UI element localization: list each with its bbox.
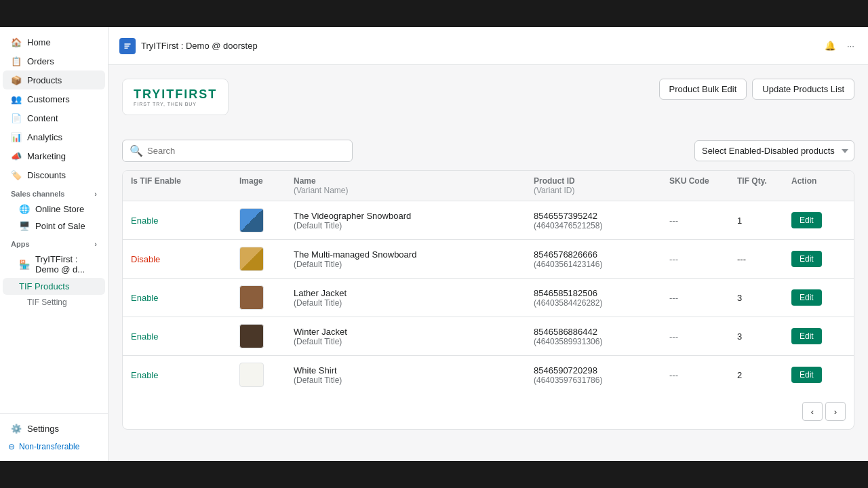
settings-icon: ⚙️	[11, 424, 22, 434]
sidebar-item-marketing[interactable]: 📣 Marketing	[3, 146, 105, 165]
tryitfirst-app-icon: 🏪	[19, 260, 30, 270]
sidebar-item-tryitfirst[interactable]: 🏪 TryITFirst : Demo @ d...	[3, 251, 105, 278]
sales-channels-section: Sales channels ›	[0, 184, 108, 201]
non-transferable-icon: ⊖	[8, 442, 15, 451]
cell-action-3: Edit	[791, 328, 846, 344]
col-header-action: Action	[791, 176, 846, 195]
apps-expand-icon[interactable]: ›	[94, 240, 97, 248]
sidebar-item-products[interactable]: 📦 Products	[3, 70, 105, 89]
cell-action-1: Edit	[791, 251, 846, 267]
sidebar-item-tif-setting[interactable]: TIF Setting	[3, 295, 105, 310]
cell-sku-3: ---	[669, 331, 737, 342]
sidebar-item-online-store[interactable]: 🌐 Online Store	[3, 201, 105, 218]
update-products-list-button[interactable]: Update Products List	[752, 79, 854, 100]
cell-status-1: Disable	[131, 254, 239, 264]
product-image-3	[239, 324, 264, 348]
sidebar-item-home[interactable]: 🏠 Home	[3, 33, 105, 52]
table-row: Enable Winter Jacket (Default Title) 854…	[123, 317, 854, 356]
cell-sku-0: ---	[669, 216, 737, 226]
logo-sub-text: FIRST TRY, THEN BUY	[134, 102, 217, 106]
cell-name-4: White Shirt (Default Title)	[294, 365, 534, 385]
edit-button-4[interactable]: Edit	[791, 367, 822, 383]
content-icon: 📄	[11, 113, 22, 123]
cell-product-id-3: 8546586886442 (46403589931306)	[534, 327, 669, 346]
cell-action-2: Edit	[791, 289, 846, 306]
pagination-prev-button[interactable]: ‹	[802, 402, 823, 421]
pagination: ‹ ›	[123, 394, 854, 429]
cell-name-3: Winter Jacket (Default Title)	[294, 327, 534, 346]
cell-qty-1: ---	[737, 254, 791, 264]
sidebar-item-analytics[interactable]: 📊 Analytics	[3, 127, 105, 146]
header-actions: 🔔 ···	[822, 38, 857, 54]
cell-qty-2: 3	[737, 293, 791, 303]
sidebar: 🏠 Home 📋 Orders 📦 Products 👥 Customers 📄…	[0, 27, 108, 461]
edit-button-1[interactable]: Edit	[791, 251, 822, 267]
sidebar-label-content: Content	[27, 113, 58, 123]
more-options-button[interactable]: ···	[844, 38, 857, 54]
sidebar-item-content[interactable]: 📄 Content	[3, 108, 105, 127]
sidebar-item-point-of-sale[interactable]: 🖥️ Point of Sale	[3, 218, 105, 235]
action-buttons: Product Bulk Edit Update Products List	[659, 79, 854, 100]
search-input[interactable]	[147, 146, 345, 156]
marketing-icon: 📣	[11, 150, 22, 161]
col-header-is-tif-enable: Is TIF Enable	[131, 176, 239, 195]
cell-status-0: Enable	[131, 216, 239, 226]
sidebar-item-tif-products[interactable]: TIF Products	[3, 278, 105, 295]
logo-box: TRYITFIRST FIRST TRY, THEN BUY	[122, 79, 229, 115]
enabled-disabled-filter[interactable]: Select Enabled-Disabled products All pro…	[694, 140, 854, 161]
search-box: 🔍	[122, 140, 353, 162]
products-icon: 📦	[11, 75, 22, 85]
sidebar-item-customers[interactable]: 👥 Customers	[3, 89, 105, 108]
cell-action-0: Edit	[791, 212, 846, 228]
bulk-edit-button[interactable]: Product Bulk Edit	[659, 79, 747, 100]
header-title: TryITFirst : Demo @ doorstep	[141, 41, 258, 51]
cell-status-4: Enable	[131, 370, 239, 380]
cell-sku-1: ---	[669, 254, 737, 264]
cell-action-4: Edit	[791, 367, 846, 383]
sidebar-label-orders: Orders	[27, 56, 54, 66]
sidebar-label-home: Home	[27, 37, 51, 47]
sidebar-item-orders[interactable]: 📋 Orders	[3, 52, 105, 70]
sidebar-label-products: Products	[27, 75, 62, 85]
cell-name-1: The Multi-managed Snowboard (Default Tit…	[294, 249, 534, 269]
sidebar-label-customers: Customers	[27, 94, 70, 104]
point-of-sale-icon: 🖥️	[19, 221, 30, 231]
logo-main-text: TRYITFIRST	[134, 87, 217, 102]
cell-product-id-0: 8546557395242 (46403476521258)	[534, 211, 669, 230]
col-header-tif-qty: TIF Qty.	[737, 176, 791, 195]
sidebar-item-discounts[interactable]: 🏷️ Discounts	[3, 165, 105, 184]
settings-nav-item[interactable]: ⚙️ Settings	[3, 420, 105, 438]
product-image-4	[239, 363, 264, 387]
sales-channels-expand-icon[interactable]: ›	[94, 190, 97, 198]
cell-image-2	[239, 285, 294, 310]
cell-image-4	[239, 363, 294, 387]
discounts-icon: 🏷️	[11, 169, 22, 180]
sidebar-label-discounts: Discounts	[27, 170, 66, 180]
page-body: TRYITFIRST FIRST TRY, THEN BUY Product B…	[108, 65, 868, 461]
pagination-next-button[interactable]: ›	[825, 402, 846, 421]
cell-image-1	[239, 247, 294, 271]
table-row: Enable Lather Jacket (Default Title) 854…	[123, 279, 854, 317]
non-transferable-item[interactable]: ⊖ Non-transferable	[0, 438, 108, 455]
cell-name-0: The Videographer Snowboard (Default Titl…	[294, 211, 534, 230]
sidebar-label-marketing: Marketing	[27, 151, 66, 161]
products-table: Is TIF Enable Image Name (Variant Name) …	[122, 170, 854, 430]
cell-sku-2: ---	[669, 293, 737, 303]
orders-icon: 📋	[11, 56, 22, 66]
analytics-icon: 📊	[11, 131, 22, 142]
edit-button-3[interactable]: Edit	[791, 328, 822, 344]
edit-button-2[interactable]: Edit	[791, 289, 822, 306]
online-store-icon: 🌐	[19, 204, 30, 214]
cell-name-2: Lather Jacket (Default Title)	[294, 288, 534, 308]
cell-product-id-2: 8546585182506 (46403584426282)	[534, 288, 669, 308]
content-header: TryITFirst : Demo @ doorstep 🔔 ···	[108, 27, 868, 65]
notification-button[interactable]: 🔔	[822, 38, 839, 54]
table-row: Disable The Multi-managed Snowboard (Def…	[123, 240, 854, 279]
apps-section: Apps ›	[0, 235, 108, 251]
table-row: Enable White Shirt (Default Title) 85465…	[123, 356, 854, 394]
col-header-image: Image	[239, 176, 294, 195]
main-content: TryITFirst : Demo @ doorstep 🔔 ··· TRYIT…	[108, 27, 868, 461]
edit-button-0[interactable]: Edit	[791, 212, 822, 228]
cell-status-2: Enable	[131, 293, 239, 303]
col-header-name: Name (Variant Name)	[294, 176, 534, 195]
